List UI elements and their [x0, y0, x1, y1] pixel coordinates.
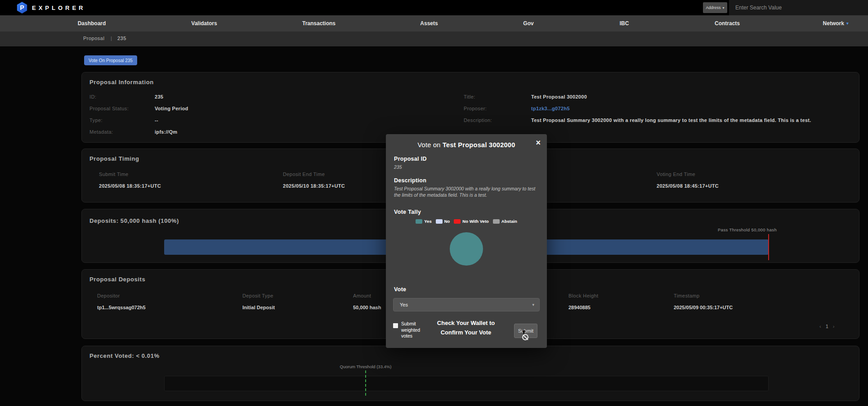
quorum-threshold-label: Quorum Threshold (33.4%)	[340, 364, 392, 369]
description-value: Test Proposal Summary 3002000 with a rea…	[531, 117, 855, 123]
pass-threshold-marker	[768, 234, 769, 260]
deposit-type-cell: Initial Deposit	[242, 305, 275, 310]
timing-label: Deposit End Time	[283, 171, 325, 177]
card-title: Proposal Timing	[89, 155, 139, 162]
card-title: Proposal Deposits	[89, 276, 145, 283]
nav-network[interactable]: Network ▾	[823, 15, 849, 32]
depositor-link[interactable]: tp1...5wrqssag072h5	[97, 305, 146, 310]
nav-assets[interactable]: Assets	[420, 15, 438, 32]
proposal-id-value: 235	[394, 164, 402, 170]
quorum-threshold-marker	[365, 370, 366, 396]
nav-contracts[interactable]: Contracts	[715, 15, 740, 32]
legend-item-no-with-veto: No With Veto	[454, 219, 489, 224]
nav-dashboard[interactable]: Dashboard	[78, 15, 106, 32]
vote-select-value: Yes	[394, 302, 408, 307]
field-value: 235	[155, 94, 163, 99]
legend-item-no: No	[436, 219, 450, 224]
proposal-title-value: Test Proposal 3002000	[531, 94, 587, 99]
modal-title-prefix: Vote on	[417, 141, 443, 149]
legend-label: Yes	[424, 219, 431, 224]
no-swatch-icon	[436, 219, 443, 224]
modal-title-proposal-name: Test Proposal 3002000	[443, 141, 515, 149]
breadcrumb-current: 235	[117, 36, 126, 41]
nav-validators[interactable]: Validators	[191, 15, 217, 32]
nav-transactions[interactable]: Transactions	[302, 15, 336, 32]
field-label: Title:	[464, 94, 475, 99]
search-type-dropdown[interactable]: Address ▾	[703, 2, 727, 13]
legend-item-yes: Yes	[416, 219, 431, 224]
description-label: Description	[394, 177, 426, 184]
weighted-votes-checkbox[interactable]	[393, 323, 398, 328]
weighted-votes-label: Submit weighted votes	[401, 321, 429, 339]
nav-label: Network	[823, 20, 844, 27]
chevron-down-icon: ▾	[846, 21, 849, 26]
nav-label: Gov	[523, 20, 533, 27]
close-icon[interactable]: ×	[536, 139, 541, 147]
page-number[interactable]: 1	[826, 324, 828, 329]
wallet-confirmation-message: Check Your Wallet to Confirm Your Vote	[425, 319, 506, 338]
field-label: Proposer:	[464, 106, 487, 111]
logo-letter: P	[20, 4, 24, 11]
percent-voted-title: Percent Voted: < 0.01%	[89, 352, 160, 359]
modal-title: Vote on Test Proposal 3002000	[386, 141, 547, 149]
tally-legend: Yes No No With Veto Abstain	[386, 219, 547, 224]
amount-cell: 50,000 hash	[353, 305, 381, 310]
card-title: Proposal Information	[89, 79, 154, 86]
vote-on-proposal-button[interactable]: Vote On Proposal 235	[84, 55, 137, 65]
explorer-logo-icon: P	[16, 2, 28, 14]
block-height-link[interactable]: 28940885	[568, 305, 591, 310]
wallet-message-line: Check Your Wallet to	[425, 319, 506, 328]
brand-name: EXPLORER	[32, 5, 86, 11]
page-prev-button[interactable]: ‹	[819, 324, 821, 329]
proposer-link[interactable]: tp1zk3...g072h5	[531, 106, 570, 111]
vote-modal: Vote on Test Proposal 3002000 × Proposal…	[386, 134, 547, 348]
col-header: Amount	[353, 293, 371, 298]
timing-label: Voting End Time	[657, 171, 695, 177]
legend-label: No With Veto	[462, 219, 489, 224]
pagination: ‹ 1 ›	[819, 324, 834, 329]
field-label: ID:	[89, 94, 96, 99]
vote-tally-pie-chart	[450, 232, 483, 266]
timing-value: 2025/05/10 18:35:17+UTC	[283, 183, 345, 189]
vote-tally-label: Vote Tally	[394, 209, 421, 215]
field-label: Proposal Status:	[89, 106, 129, 111]
chevron-down-icon: ▾	[532, 302, 534, 307]
yes-swatch-icon	[416, 219, 422, 224]
description-text: Test Proposal Summary 3002000 with a rea…	[394, 185, 539, 198]
deposits-title: Deposits: 50,000 hash (100%)	[89, 217, 179, 224]
nav-label: Dashboard	[78, 20, 106, 27]
proposal-id-label: Proposal ID	[394, 156, 427, 162]
col-header: Deposit Type	[242, 293, 273, 298]
field-label: Description:	[464, 117, 492, 123]
brand-logo[interactable]: P EXPLORER	[16, 2, 86, 14]
page-next-button[interactable]: ›	[833, 324, 835, 329]
nav-label: Validators	[191, 20, 217, 27]
vote-progress-track	[164, 376, 769, 391]
col-header: Block Height	[568, 293, 599, 298]
proposal-information-card: Proposal Information ID: 235 Proposal St…	[81, 72, 859, 143]
field-value: Voting Period	[155, 106, 188, 111]
search-type-label: Address	[706, 5, 720, 10]
breadcrumb-root[interactable]: Proposal	[83, 36, 104, 41]
field-label: Type:	[89, 117, 103, 123]
nav-gov[interactable]: Gov	[523, 15, 533, 32]
legend-label: Abstain	[501, 219, 517, 224]
search-input[interactable]	[729, 0, 868, 15]
col-header: Depositor	[97, 293, 120, 298]
pass-threshold-label: Pass Threshold 50,000 hash	[718, 227, 777, 232]
nav-ibc[interactable]: IBC	[620, 15, 629, 32]
timestamp-cell: 2025/05/09 00:35:17+UTC	[674, 305, 733, 310]
vote-select[interactable]: Yes ▾	[393, 298, 540, 311]
field-value: ipfs://Qm	[155, 129, 177, 135]
nav-label: Contracts	[715, 20, 740, 27]
chevron-down-icon: ▾	[723, 6, 725, 10]
breadcrumb: Proposal | 235	[0, 32, 868, 46]
abstain-swatch-icon	[493, 219, 500, 224]
percent-voted-card: Percent Voted: < 0.01% Quorum Threshold …	[81, 346, 859, 401]
legend-item-abstain: Abstain	[493, 219, 517, 224]
nav-label: Transactions	[302, 20, 336, 27]
timing-label: Submit Time	[99, 171, 129, 177]
vote-label: Vote	[394, 286, 406, 293]
timing-value: 2025/05/08 18:35:17+UTC	[99, 183, 161, 189]
field-value: --	[155, 117, 158, 123]
